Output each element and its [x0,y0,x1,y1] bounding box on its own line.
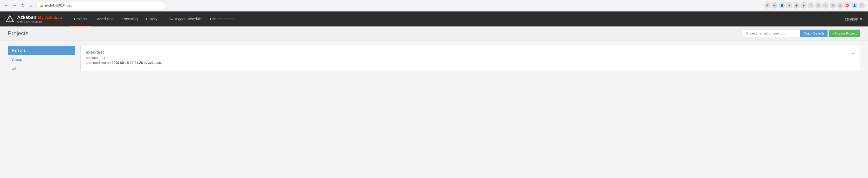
project-divider [86,67,847,67]
search-area: Quick Search + Create Project [743,30,860,37]
projects-list: exec-test executor test Last modified on… [81,46,860,75]
nav-links: Projects Scheduling Executing History Fl… [70,12,844,27]
ext-icon-13[interactable]: 👤 [851,2,858,8]
ext-icon-9[interactable]: V [823,2,829,8]
ext-icon-2[interactable]: </> [772,2,778,8]
navbar-brand: Azkaban My-Azkaban 3.73.1 My Azkaban [5,14,62,24]
ext-icon-5[interactable]: ◉ [793,2,800,8]
ext-icon-14[interactable]: ⋮ [859,2,865,8]
browser-chrome: ← → ↻ ⌂ 🔒 node1:8081/index ⊞ </> 👤 ★ ◉ ◈… [0,0,868,11]
reload-button[interactable]: ↻ [20,2,26,8]
sidebar-item-group[interactable]: Group [8,55,75,64]
forward-button[interactable]: → [11,2,18,8]
last-modified-date: 2019-08-18 18:21:26 [112,61,143,65]
azkaban-logo [5,14,14,24]
last-modified-prefix: Last modified on [86,61,112,65]
brand-azkaban-label: Azkaban [17,15,36,20]
user-dropdown-icon: ▼ [859,17,863,21]
ext-icon-11[interactable]: ◎ [837,2,843,8]
ext-icon-1[interactable]: ⊞ [764,2,771,8]
browser-extensions: ⊞ </> 👤 ★ ◉ ◈ ☂ ✎ V ✉ ◎ ⛔ 👤 ⋮ [764,2,865,8]
page-content: Projects Quick Search + Create Project P… [0,27,868,130]
url-bar[interactable]: 🔒 node1:8081/index [36,2,166,9]
ext-icon-12[interactable]: ⛔ [844,2,850,8]
sidebar: Personal Group All [8,46,75,75]
project-description: executor test [86,56,847,60]
create-project-button[interactable]: + Create Project [829,30,860,37]
last-modified-by-prefix: by [143,61,148,65]
brand-version: 3.73.1 [17,21,25,24]
url-text: node1:8081/index [45,3,72,7]
nav-link-executing[interactable]: Executing [118,12,142,27]
navbar-username: azkaban [844,17,858,21]
project-info: exec-test executor test Last modified on… [86,50,847,67]
project-search-input[interactable] [743,30,800,37]
ext-icon-10[interactable]: ✉ [830,2,836,8]
last-modified-suffix: . [161,61,162,65]
last-modified-by: azkaban [148,61,161,65]
brand-my-azkaban-label: My-Azkaban [38,15,62,20]
home-button[interactable]: ⌂ [28,2,34,8]
back-button[interactable]: ← [3,2,9,8]
table-row: exec-test executor test Last modified on… [81,46,860,71]
page-header: Projects Quick Search + Create Project [0,27,868,40]
project-expand-icon[interactable]: ⌄ [851,50,855,55]
navbar-user[interactable]: azkaban ▼ [844,17,863,21]
navbar: Azkaban My-Azkaban 3.73.1 My Azkaban Pro… [0,12,868,27]
brand-name: Azkaban My-Azkaban [17,15,62,20]
page-title: Projects [8,30,28,37]
project-meta: Last modified on 2019-08-18 18:21:26 by … [86,61,847,65]
nav-link-documentation[interactable]: Documentation [206,12,239,27]
nav-link-projects[interactable]: Projects [70,12,91,27]
ext-icon-3[interactable]: 👤 [779,2,785,8]
sidebar-item-personal[interactable]: Personal [8,46,75,55]
ext-icon-4[interactable]: ★ [786,2,792,8]
ext-icon-8[interactable]: ✎ [815,2,821,8]
sidebar-item-all[interactable]: All [8,64,75,74]
ext-icon-6[interactable]: ◈ [801,2,807,8]
brand-subtitle: My Azkaban [26,20,42,24]
brand-text: Azkaban My-Azkaban 3.73.1 My Azkaban [17,15,62,24]
project-name-link[interactable]: exec-test [86,50,104,55]
nav-link-scheduling[interactable]: Scheduling [91,12,118,27]
ext-icon-7[interactable]: ☂ [808,2,814,8]
content-area: Personal Group All exec-test executor te… [0,40,868,80]
nav-link-flow-trigger[interactable]: Flow Trigger Schedule [161,12,206,27]
nav-link-history[interactable]: History [142,12,162,27]
quick-search-button[interactable]: Quick Search [800,30,828,37]
lock-icon: 🔒 [40,4,43,7]
